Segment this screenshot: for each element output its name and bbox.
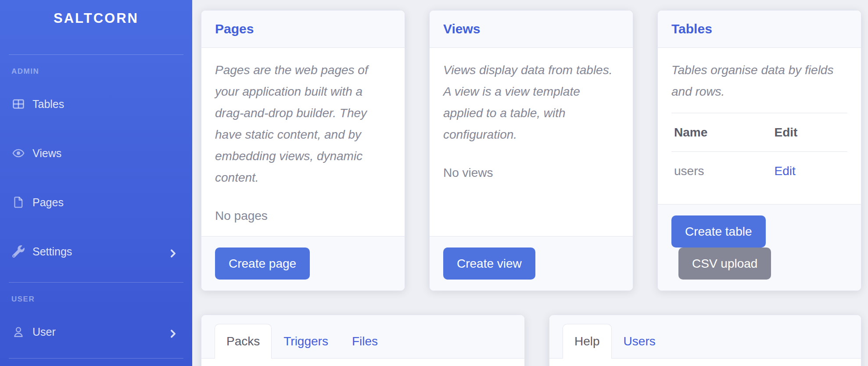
sidebar: SALTCORN ADMIN Tables Views (0, 0, 192, 366)
table-row: users Edit (671, 152, 847, 190)
sidebar-divider (9, 358, 183, 359)
tab-triggers[interactable]: Triggers (272, 324, 340, 359)
sidebar-divider (9, 282, 183, 283)
table-icon (12, 98, 25, 110)
tab-users[interactable]: Users (612, 324, 667, 359)
tables-list-header-row: Name Edit (671, 113, 847, 152)
main-content: Pages Pages are the web pages of your ap… (192, 0, 868, 366)
eye-icon (12, 147, 25, 159)
edit-table-link[interactable]: Edit (775, 164, 796, 178)
sidebar-item-label: Settings (32, 245, 72, 258)
user-icon (12, 326, 25, 338)
chevron-right-icon (169, 248, 177, 256)
views-card-footer: Create view (430, 236, 633, 291)
sidebar-divider (9, 54, 183, 55)
file-icon (12, 196, 25, 208)
wrench-icon (12, 245, 25, 258)
create-page-button[interactable]: Create page (215, 248, 310, 280)
sidebar-item-tables[interactable]: Tables (0, 79, 192, 129)
pages-card: Pages Pages are the web pages of your ap… (201, 10, 405, 291)
tab-files[interactable]: Files (340, 324, 390, 359)
csv-upload-button[interactable]: CSV upload (678, 248, 771, 280)
tables-card-title: Tables (671, 22, 847, 36)
sidebar-item-pages[interactable]: Pages (0, 178, 192, 227)
table-name-cell: users (671, 152, 772, 190)
tables-card-body: Tables organise data by fields and rows.… (658, 48, 861, 204)
sidebar-item-user[interactable]: User (0, 307, 192, 356)
tables-list: Name Edit users Edit (671, 113, 847, 190)
sidebar-item-label: Pages (32, 196, 64, 209)
cards-row-top: Pages Pages are the web pages of your ap… (201, 10, 861, 291)
sidebar-item-settings[interactable]: Settings (0, 227, 192, 276)
column-header-name: Name (671, 113, 772, 152)
help-card-tabs: Help Users (549, 315, 861, 359)
tab-packs[interactable]: Packs (215, 324, 272, 359)
pages-empty-text: No pages (215, 205, 391, 226)
sidebar-item-label: Views (32, 147, 61, 160)
column-header-edit: Edit (772, 113, 847, 152)
pages-card-header: Pages (201, 11, 405, 48)
pages-card-title: Pages (215, 22, 391, 36)
tables-description: Tables organise data by fields and rows. (671, 59, 847, 102)
help-tab-content (549, 359, 861, 366)
pages-description: Pages are the web pages of your applicat… (215, 59, 391, 188)
tables-card-header: Tables (658, 11, 861, 48)
views-card: Views Views display data from tables. A … (429, 10, 633, 291)
chevron-right-icon (169, 328, 177, 336)
sidebar-item-views[interactable]: Views (0, 129, 192, 178)
packs-card-tabs: Packs Triggers Files (201, 315, 524, 359)
sidebar-section-user-label: USER (11, 295, 192, 304)
brand-logo[interactable]: SALTCORN (0, 0, 192, 37)
packs-tab-content (201, 359, 524, 366)
cards-row-bottom: Packs Triggers Files Help Users (201, 315, 861, 366)
tab-help[interactable]: Help (563, 324, 612, 359)
tables-buttons: Create table CSV upload (671, 215, 847, 280)
help-card: Help Users (549, 315, 861, 366)
pages-card-footer: Create page (201, 236, 405, 291)
views-card-header: Views (430, 11, 633, 48)
sidebar-item-label: Tables (32, 98, 64, 111)
tables-card: Tables Tables organise data by fields an… (657, 10, 861, 291)
packs-card: Packs Triggers Files (201, 315, 525, 366)
sidebar-section-admin-label: ADMIN (11, 67, 192, 76)
sidebar-item-label: User (32, 326, 56, 338)
pages-card-body: Pages are the web pages of your applicat… (201, 48, 405, 236)
app-root: SALTCORN ADMIN Tables Views (0, 0, 868, 366)
tables-card-footer: Create table CSV upload (658, 204, 861, 291)
views-card-body: Views display data from tables. A view i… (430, 48, 633, 236)
create-view-button[interactable]: Create view (443, 248, 535, 280)
views-card-title: Views (443, 22, 619, 36)
views-description: Views display data from tables. A view i… (443, 59, 619, 145)
views-empty-text: No views (443, 162, 619, 183)
create-table-button[interactable]: Create table (671, 215, 766, 248)
